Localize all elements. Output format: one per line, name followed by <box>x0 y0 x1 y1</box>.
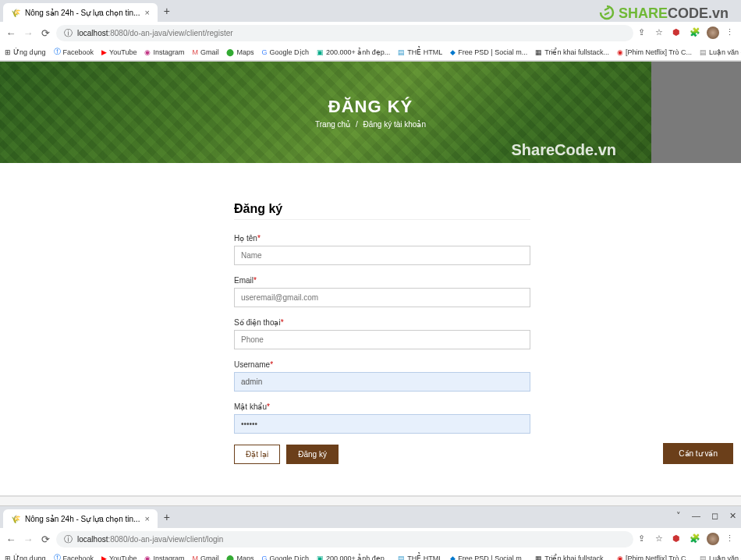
browser-tab[interactable]: 🌾 Nông sản 24h - Sự lựa chọn tin... × <box>3 3 158 22</box>
username-label: Username* <box>234 360 530 369</box>
puzzle-icon[interactable]: 🧩 <box>690 27 700 38</box>
new-tab-button[interactable]: + <box>158 511 176 523</box>
tab-title: Nông sản 24h - Sự lựa chọn tin... <box>25 515 140 523</box>
tab-favicon: 🌾 <box>11 9 20 17</box>
bookmark-gdich[interactable]: GGoogle Dịch <box>262 555 310 561</box>
share-icon[interactable]: ⇪ <box>638 533 649 544</box>
bookmark-psd[interactable]: ◆Free PSD | Social m... <box>450 555 527 561</box>
forward-icon[interactable]: → <box>22 27 34 39</box>
email-field[interactable] <box>234 288 530 307</box>
profile-avatar[interactable] <box>707 27 719 39</box>
back-icon[interactable]: ← <box>5 533 17 545</box>
password-field[interactable] <box>234 414 530 434</box>
hero-banner: ĐĂNG KÝ Trang chủ / Đăng ký tài khoản <box>0 62 741 163</box>
phone-label: Số điện thoại* <box>234 318 530 327</box>
reload-icon[interactable]: ⟳ <box>39 27 51 39</box>
bookmark-gmail[interactable]: MGmail <box>192 48 218 56</box>
submit-button[interactable]: Đăng ký <box>286 445 339 464</box>
bookmark-maps[interactable]: ⬤Maps <box>226 555 254 561</box>
browser-tab[interactable]: 🌾 Nông sản 24h - Sự lựa chọn tin... × <box>3 509 158 528</box>
bookmark-phim[interactable]: ◉[Phim Netflix] Trò C... <box>617 555 692 561</box>
bookmark-apps[interactable]: ⊞Ứng dụng <box>5 555 46 561</box>
bookmark-images[interactable]: ▣200.000+ ảnh đẹp... <box>317 555 390 561</box>
star-icon[interactable]: ☆ <box>655 533 666 544</box>
bookmark-instagram[interactable]: ◉Instagram <box>144 555 184 561</box>
bookmark-trien[interactable]: ▦Triển khai fullstack... <box>535 48 609 56</box>
bookmark-images[interactable]: ▣200.000+ ảnh đẹp... <box>317 48 390 56</box>
back-icon[interactable]: ← <box>5 27 17 39</box>
minimize-icon[interactable]: — <box>692 511 700 521</box>
form-title: Đăng ký <box>234 202 530 220</box>
breadcrumb: Trang chủ / Đăng ký tài khoản <box>315 120 426 129</box>
forward-icon[interactable]: → <box>22 533 34 545</box>
share-icon[interactable]: ⇪ <box>638 27 649 38</box>
url-text: localhost:8080/do-an-java/view/client/lo… <box>77 535 223 544</box>
consult-button[interactable]: Cần tư vấn <box>663 443 733 464</box>
bookmark-youtube[interactable]: ▶YouTube <box>101 555 136 561</box>
extension-icon[interactable]: ⬢ <box>672 27 683 38</box>
tab-favicon: 🌾 <box>11 515 20 523</box>
bookmark-apps[interactable]: ⊞Ứng dụng <box>5 48 46 56</box>
bookmark-luan[interactable]: ▤Luận văn - Các nhâ... <box>700 48 741 56</box>
bookmark-facebook[interactable]: ⓕFacebook <box>54 553 94 560</box>
watermark-logo: SHARECODE.vn <box>599 5 729 22</box>
title-dropdown-icon[interactable]: ˅ <box>676 511 681 521</box>
bookmark-html[interactable]: ▤THẺ HTML <box>398 555 442 561</box>
breadcrumb-home[interactable]: Trang chủ <box>315 120 350 129</box>
close-window-icon[interactable]: ✕ <box>729 511 736 521</box>
reset-button[interactable]: Đặt lại <box>234 445 280 464</box>
bookmark-youtube[interactable]: ▶YouTube <box>101 48 136 56</box>
tab-title: Nông sản 24h - Sự lựa chọn tin... <box>25 9 140 17</box>
bookmark-gmail[interactable]: MGmail <box>192 555 218 561</box>
address-bar[interactable]: ⓘ localhost:8080/do-an-java/view/client/… <box>56 25 633 41</box>
puzzle-icon[interactable]: 🧩 <box>690 533 700 544</box>
menu-icon[interactable]: ⋮ <box>725 533 736 544</box>
extension-icon[interactable]: ⬢ <box>672 533 683 544</box>
maximize-icon[interactable]: ◻ <box>711 511 718 521</box>
address-bar[interactable]: ⓘ localhost:8080/do-an-java/view/client/… <box>56 531 633 548</box>
close-icon[interactable]: × <box>144 514 149 523</box>
bookmark-gdich[interactable]: GGoogle Dịch <box>262 48 310 56</box>
bookmark-trien[interactable]: ▦Triển khai fullstack... <box>535 555 609 561</box>
email-label: Email* <box>234 276 530 285</box>
name-field[interactable] <box>234 246 530 265</box>
phone-field[interactable] <box>234 330 530 349</box>
site-info-icon[interactable]: ⓘ <box>64 27 73 39</box>
watermark-hero: ShareCode.vn <box>512 141 616 159</box>
bookmark-phim[interactable]: ◉[Phim Netflix] Trò C... <box>617 48 692 56</box>
bookmark-instagram[interactable]: ◉Instagram <box>144 48 184 56</box>
browser-chrome-2: 🌾 Nông sản 24h - Sự lựa chọn tin... × + … <box>0 506 741 560</box>
profile-avatar[interactable] <box>707 533 719 545</box>
bookmark-luan[interactable]: ▤Luận văn - Các nhâ... <box>700 555 741 561</box>
new-tab-button[interactable]: + <box>158 5 176 17</box>
name-label: Họ tên* <box>234 234 530 243</box>
bookmark-maps[interactable]: ⬤Maps <box>226 48 254 56</box>
menu-icon[interactable]: ⋮ <box>725 27 736 38</box>
username-field[interactable] <box>234 372 530 392</box>
bookmarks-bar: ⊞Ứng dụng ⓕFacebook ▶YouTube ◉Instagram … <box>0 550 741 560</box>
close-icon[interactable]: × <box>144 8 149 17</box>
bookmark-psd[interactable]: ◆Free PSD | Social m... <box>450 48 527 56</box>
reload-icon[interactable]: ⟳ <box>39 533 51 545</box>
page-title: ĐĂNG KÝ <box>328 97 413 117</box>
site-info-icon[interactable]: ⓘ <box>64 533 73 545</box>
register-form: Đăng ký Họ tên* Email* Số điện thoại* Us… <box>234 202 530 464</box>
bookmark-facebook[interactable]: ⓕFacebook <box>54 47 94 57</box>
bookmark-html[interactable]: ▤THẺ HTML <box>398 48 442 56</box>
star-icon[interactable]: ☆ <box>655 27 666 38</box>
url-text: localhost:8080/do-an-java/view/client/re… <box>77 29 233 37</box>
bookmarks-bar: ⊞Ứng dụng ⓕFacebook ▶YouTube ◉Instagram … <box>0 44 741 61</box>
password-label: Mật khẩu* <box>234 402 530 411</box>
breadcrumb-current: Đăng ký tài khoản <box>363 120 426 129</box>
